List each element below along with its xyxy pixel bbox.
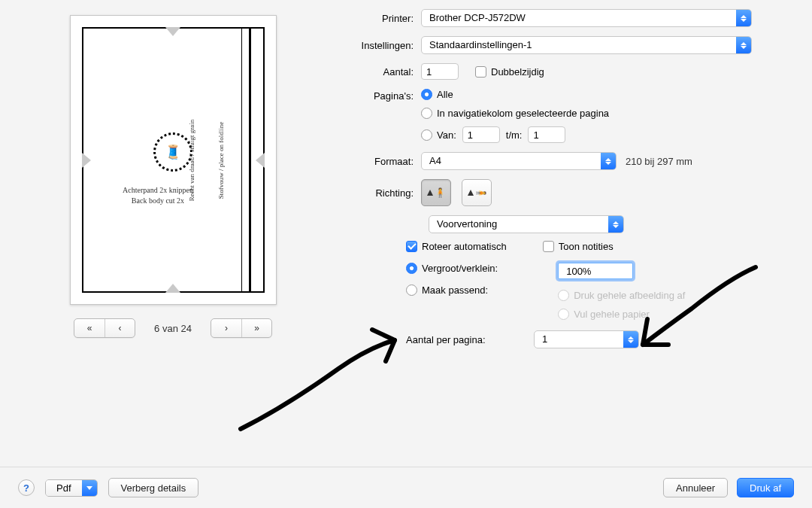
- paper-size-select[interactable]: A4: [421, 152, 617, 170]
- last-page-button[interactable]: »: [241, 319, 271, 337]
- preview-navigation: « ‹ 6 van 24 › »: [74, 318, 272, 338]
- dialog-footer: ? Pdf Verberg details Annuleer Druk af: [0, 467, 812, 508]
- person-rotated-icon: 🧍: [475, 187, 486, 199]
- printer-select[interactable]: Brother DCP-J572DW: [421, 9, 752, 27]
- checkbox-on-icon: [406, 241, 417, 252]
- preview-column: 🧵 Achterpand 2x knippen Back body cut 2x…: [15, 8, 331, 357]
- presets-row: Instellingen: Standaardinstellingen-1: [331, 36, 797, 54]
- paper-size-label: Formaat:: [331, 156, 421, 167]
- dropdown-arrows-icon: [623, 331, 638, 348]
- preview-side-text-grain: Recht van draad / straigt grain: [188, 119, 195, 201]
- paper-size-row: Formaat: A4 210 bij 297 mm: [331, 152, 797, 170]
- page-preview: 🧵 Achterpand 2x knippen Back body cut 2x…: [70, 15, 277, 305]
- help-button[interactable]: ?: [18, 479, 35, 496]
- dropdown-arrows-icon: [608, 216, 623, 233]
- prev-page-button[interactable]: ‹: [105, 319, 135, 337]
- pages-selected-radio[interactable]: In navigatiekolom geselecteerde pagina: [421, 108, 609, 119]
- preview-logo: 🧵: [153, 132, 192, 172]
- radio-off-icon: [421, 108, 432, 119]
- pdf-menu[interactable]: Pdf: [45, 479, 98, 497]
- cancel-button[interactable]: Annuleer: [663, 478, 728, 497]
- dialog-body: 🧵 Achterpand 2x knippen Back body cut 2x…: [0, 0, 812, 357]
- checkbox-off-icon: [543, 241, 554, 252]
- print-button[interactable]: Druk af: [737, 478, 794, 497]
- pages-row: Pagina's: Alle In navigatiekolom geselec…: [331, 89, 797, 143]
- copies-input[interactable]: [421, 63, 459, 80]
- paper-dimensions: 210 bij 297 mm: [626, 156, 692, 167]
- printer-row: Printer: Brother DCP-J572DW: [331, 9, 797, 27]
- pages-all-radio[interactable]: Alle: [421, 89, 609, 100]
- dropdown-arrows-icon: [601, 153, 616, 169]
- auto-rotate-checkbox[interactable]: Roteer automatisch: [406, 241, 507, 252]
- fill-entire-paper-radio[interactable]: Vul gehele papier: [558, 309, 685, 320]
- radio-disabled-icon: [558, 309, 569, 320]
- scale-to-fit-radio[interactable]: Maak passend:: [406, 284, 498, 296]
- two-sided-checkbox[interactable]: Dubbelzijdig: [475, 66, 544, 78]
- arrow-up-icon: [427, 190, 433, 196]
- pages-to-input[interactable]: [528, 126, 565, 143]
- orientation-row: Richting: 🧍 🧍: [331, 179, 797, 206]
- radio-disabled-icon: [558, 290, 569, 301]
- pages-range-radio[interactable]: Van:: [421, 129, 456, 141]
- next-page-button[interactable]: ›: [211, 319, 241, 337]
- copies-per-page-label: Aantal per pagina:: [406, 334, 534, 345]
- section-select-row: Voorvertoning: [429, 215, 797, 233]
- dropdown-arrows-icon: [736, 10, 751, 26]
- preview-options: Roteer automatisch Toon notities Vergroo…: [406, 241, 797, 348]
- settings-column: Printer: Brother DCP-J572DW Instellingen…: [331, 8, 797, 357]
- radio-off-icon: [421, 129, 432, 141]
- first-page-button[interactable]: «: [74, 319, 105, 337]
- print-entire-image-radio[interactable]: Druk gehele afbeelding af: [558, 290, 685, 301]
- section-select[interactable]: Voorvertoning: [429, 215, 624, 233]
- scale-radio[interactable]: Vergroot/verklein:: [406, 263, 498, 274]
- checkbox-off-icon: [475, 66, 486, 78]
- print-dialog: 🧵 Achterpand 2x knippen Back body cut 2x…: [0, 0, 812, 508]
- orientation-label: Richting:: [331, 187, 421, 199]
- scale-input[interactable]: [558, 263, 633, 279]
- orientation-portrait-button[interactable]: 🧍: [421, 179, 451, 206]
- hide-details-button[interactable]: Verberg details: [108, 478, 199, 497]
- preview-caption: Achterpand 2x knippen Back body cut 2x: [82, 185, 235, 205]
- radio-on-icon: [421, 89, 432, 100]
- radio-on-icon: [406, 263, 417, 274]
- presets-select[interactable]: Standaardinstellingen-1: [421, 36, 752, 54]
- orientation-landscape-button[interactable]: 🧍: [462, 179, 492, 206]
- dropdown-arrows-icon: [736, 37, 751, 53]
- person-icon: 🧍: [435, 187, 446, 198]
- pages-label: Pagina's:: [331, 89, 421, 102]
- caret-down-icon: [82, 480, 97, 496]
- copies-label: Aantal:: [331, 66, 421, 78]
- show-notes-checkbox[interactable]: Toon notities: [543, 241, 614, 252]
- copies-row: Aantal: Dubbelzijdig: [331, 63, 797, 80]
- preview-back-group: « ‹: [74, 318, 135, 338]
- preview-forward-group: › »: [211, 318, 272, 338]
- printer-label: Printer:: [331, 13, 421, 24]
- preview-side-text-fold: Stofvouw / place on foldline: [217, 121, 225, 198]
- pages-from-input[interactable]: [462, 126, 500, 143]
- copies-per-page-select[interactable]: 1: [534, 330, 639, 348]
- page-indicator: 6 van 24: [146, 323, 200, 334]
- radio-off-icon: [406, 284, 417, 296]
- pages-to-label: t/m:: [506, 129, 523, 141]
- arrow-up-icon: [468, 190, 474, 196]
- presets-label: Instellingen:: [331, 40, 421, 51]
